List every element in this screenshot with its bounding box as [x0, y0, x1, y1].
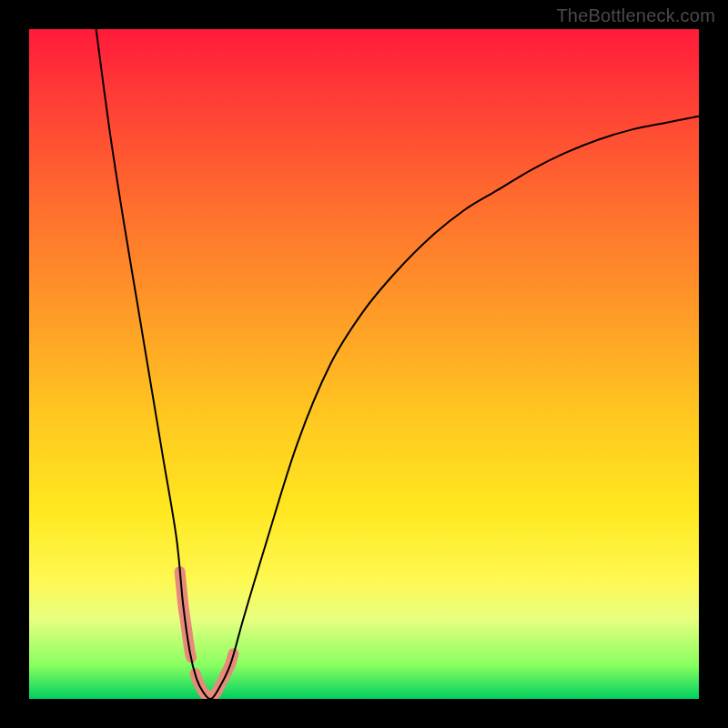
chart-svg: [29, 29, 699, 699]
chart-frame: TheBottleneck.com: [0, 0, 728, 728]
plot-area: [29, 29, 699, 699]
watermark-text: TheBottleneck.com: [556, 5, 715, 26]
